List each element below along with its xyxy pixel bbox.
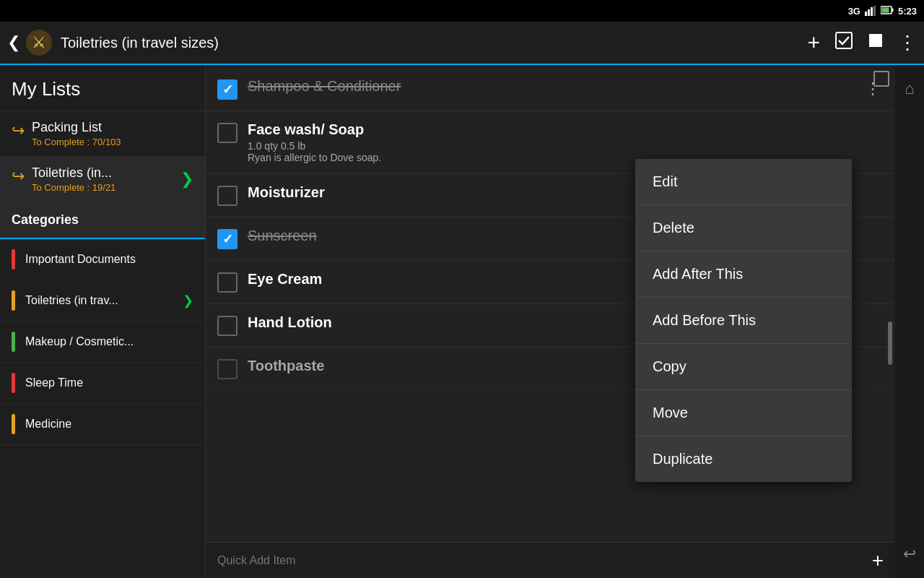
- main-layout: My Lists ↪ Packing List To Complete : 70…: [0, 65, 924, 578]
- sleep-label: Sleep Time: [25, 376, 83, 389]
- packing-list-info: Packing List To Complete : 70/103: [32, 120, 193, 147]
- toolbar: ❮ ⚔ Toiletries (in travel sizes) + ⋮: [0, 22, 924, 65]
- scrollbar[interactable]: [888, 322, 892, 365]
- quick-add-plus-button[interactable]: +: [872, 549, 884, 572]
- add-button[interactable]: +: [807, 30, 820, 55]
- item-checkbox-eyecream[interactable]: [217, 272, 237, 293]
- svg-text:⚔: ⚔: [32, 33, 46, 51]
- sidebar-category-toiletries-trav[interactable]: Toiletries (in trav... ❯: [0, 280, 205, 322]
- checkmark-icon: ✓: [222, 231, 233, 247]
- quick-add-bar: +: [206, 542, 895, 578]
- toolbar-actions: + ⋮: [807, 30, 917, 55]
- context-menu-edit[interactable]: Edit: [635, 159, 852, 205]
- item-checkbox-sunscreen[interactable]: ✓: [217, 229, 237, 249]
- sidebar: My Lists ↪ Packing List To Complete : 70…: [0, 65, 206, 578]
- important-docs-label: Important Documents: [25, 253, 136, 266]
- toiletries-sub: To Complete : 19/21: [32, 182, 180, 193]
- makeup-color: [12, 332, 15, 352]
- right-edge-bar: ⌂ ↩: [895, 65, 924, 578]
- item-checkbox-moisturizer[interactable]: [217, 186, 237, 206]
- app-icon: ⚔: [25, 28, 53, 57]
- sleep-color: [12, 373, 15, 393]
- page-title: Toiletries (in travel sizes): [61, 35, 807, 51]
- sidebar-item-packing-list[interactable]: ↪ Packing List To Complete : 70/103: [0, 111, 205, 157]
- context-menu-copy[interactable]: Copy: [635, 344, 852, 390]
- checkmark-icon: ✓: [222, 82, 233, 98]
- context-menu-move[interactable]: Move: [635, 390, 852, 436]
- item-checkbox-facewash[interactable]: [217, 123, 237, 143]
- medicine-color: [12, 414, 15, 434]
- svg-rect-10: [869, 34, 882, 47]
- medicine-label: Medicine: [25, 418, 71, 431]
- overflow-menu-button[interactable]: ⋮: [898, 32, 917, 54]
- time-display: 5:23: [898, 6, 917, 17]
- toiletries-info: Toiletries (in... To Complete : 19/21: [32, 165, 180, 193]
- item-more-shampoo[interactable]: ⋮: [862, 79, 884, 98]
- svg-rect-6: [881, 8, 889, 13]
- back-nav-icon[interactable]: ↩: [903, 545, 916, 564]
- packing-list-sub: To Complete : 70/103: [32, 137, 193, 147]
- context-menu-delete[interactable]: Delete: [635, 205, 852, 251]
- list-item: ✓ Shampoo & Conditioner ⋮: [206, 68, 895, 111]
- item-details-facewash: 1.0 qty 0.5 lb: [248, 140, 884, 152]
- network-status: 3G: [848, 6, 860, 17]
- stop-button[interactable]: [868, 33, 884, 53]
- categories-button[interactable]: Categories: [0, 202, 205, 239]
- back-button[interactable]: ❮: [7, 33, 20, 52]
- home-icon[interactable]: ⌂: [905, 79, 914, 98]
- svg-rect-0: [865, 12, 867, 16]
- svg-rect-9: [836, 33, 852, 48]
- battery-icon: [881, 4, 894, 17]
- svg-rect-5: [892, 9, 893, 12]
- packing-list-name: Packing List: [32, 120, 193, 135]
- my-lists-header: My Lists: [0, 65, 205, 111]
- makeup-label: Makeup / Cosmetic...: [25, 335, 134, 348]
- toiletries-trav-color: [12, 290, 15, 311]
- check-all-button[interactable]: [834, 31, 853, 54]
- sidebar-item-toiletries[interactable]: ↪ Toiletries (in... To Complete : 19/21 …: [0, 157, 205, 202]
- content-area: ✓ Shampoo & Conditioner ⋮ Face wash/ Soa…: [206, 65, 895, 578]
- sidebar-category-important-docs[interactable]: Important Documents: [0, 239, 205, 280]
- sidebar-category-medicine[interactable]: Medicine: [0, 404, 205, 445]
- signal-icon: [865, 6, 876, 16]
- important-docs-color: [12, 249, 15, 269]
- item-checkbox-toothpaste[interactable]: [217, 359, 237, 379]
- item-content-shampoo: Shampoo & Conditioner: [248, 78, 862, 95]
- status-bar: 3G 5:23: [0, 0, 924, 22]
- sidebar-category-sleep[interactable]: Sleep Time: [0, 363, 205, 404]
- context-menu-duplicate[interactable]: Duplicate: [635, 436, 852, 482]
- context-menu-add-before[interactable]: Add Before This: [635, 298, 852, 344]
- svg-rect-2: [871, 7, 873, 16]
- context-menu: Edit Delete Add After This Add Before Th…: [635, 159, 852, 482]
- item-name-facewash: Face wash/ Soap: [248, 121, 884, 138]
- item-checkbox-shampoo[interactable]: ✓: [217, 79, 237, 100]
- svg-rect-3: [873, 6, 876, 16]
- item-checkbox-handlotion[interactable]: [217, 316, 237, 336]
- item-content-facewash: Face wash/ Soap 1.0 qty 0.5 lb Ryan is a…: [248, 121, 884, 163]
- toiletries-name: Toiletries (in...: [32, 165, 180, 181]
- quick-add-input[interactable]: [217, 554, 872, 567]
- toiletries-icon: ↪: [12, 167, 25, 186]
- packing-list-icon: ↪: [12, 121, 25, 140]
- item-name-shampoo: Shampoo & Conditioner: [248, 78, 862, 95]
- toiletries-trav-arrow: ❯: [183, 293, 193, 309]
- svg-rect-1: [868, 9, 870, 16]
- context-menu-add-after[interactable]: Add After This: [635, 251, 852, 298]
- toiletries-arrow: ❯: [180, 170, 193, 189]
- sidebar-category-makeup[interactable]: Makeup / Cosmetic...: [0, 322, 205, 363]
- toiletries-trav-label: Toiletries (in trav...: [25, 294, 118, 307]
